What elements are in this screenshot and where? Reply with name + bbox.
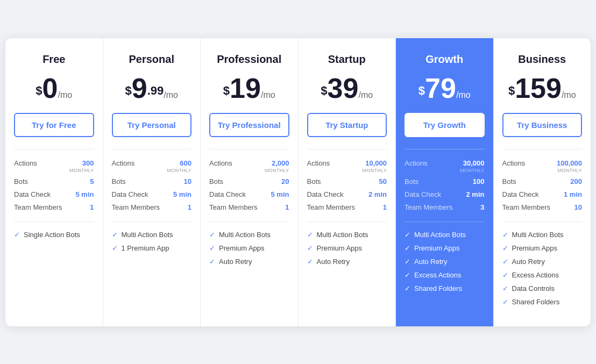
check-icon-growth-1: ✓: [405, 244, 410, 252]
features-list-growth: ✓Multi Action Bots✓Premium Apps✓Auto Ret…: [405, 231, 485, 292]
try-btn-free[interactable]: Try for Free: [14, 113, 94, 137]
stat-row-professional-0: Actions2,000MONTHLY: [209, 158, 289, 173]
stat-value-group-growth-0: 30,000MONTHLY: [460, 158, 484, 173]
stat-value-group-business-2: 1 min: [564, 189, 582, 199]
price-dollar-growth: $: [418, 83, 425, 97]
feature-item-startup-1: ✓Premium Apps: [307, 244, 387, 252]
stat-value-growth-0: 30,000: [463, 159, 485, 167]
try-btn-business[interactable]: Try Business: [502, 113, 583, 137]
feature-item-professional-0: ✓Multi Action Bots: [209, 231, 289, 239]
price-dollar-business: $: [508, 83, 515, 97]
pricing-table: Free$0/moTry for FreeActions300MONTHLYBo…: [5, 38, 591, 326]
stat-row-startup-2: Data Check2 min: [307, 189, 387, 199]
stat-row-professional-2: Data Check5 min: [209, 189, 289, 199]
stat-value-group-free-2: 5 min: [76, 189, 94, 199]
stat-value-professional-3: 1: [285, 203, 289, 211]
plan-col-free: Free$0/moTry for FreeActions300MONTHLYBo…: [5, 38, 103, 326]
price-row-professional: $19/mo: [209, 74, 289, 102]
stat-sub-growth-0: MONTHLY: [460, 168, 484, 173]
stat-value-business-1: 200: [570, 177, 582, 185]
divider2-professional: [209, 222, 289, 222]
stats-grid-business: Actions100,000MONTHLYBots200Data Check1 …: [502, 158, 583, 212]
feature-item-startup-0: ✓Multi Action Bots: [307, 231, 387, 239]
feature-text-business-3: Excess Actions: [512, 271, 559, 279]
stat-label-startup-3: Team Members: [307, 203, 356, 211]
stat-value-group-professional-1: 20: [281, 176, 289, 186]
stat-value-group-startup-0: 10,000MONTHLY: [363, 158, 387, 173]
stat-value-group-personal-1: 10: [184, 176, 191, 186]
try-btn-growth[interactable]: Try Growth: [405, 113, 485, 137]
stat-value-group-business-0: 100,000MONTHLY: [557, 158, 582, 173]
plan-name-business: Business: [502, 53, 583, 66]
feature-item-free-0: ✓Single Action Bots: [14, 231, 94, 239]
divider-personal: [112, 149, 192, 149]
stat-value-startup-1: 50: [379, 177, 387, 185]
feature-text-free-0: Single Action Bots: [24, 231, 80, 239]
stat-sub-free-0: MONTHLY: [69, 168, 94, 173]
stat-label-personal-0: Actions: [112, 159, 135, 167]
feature-text-startup-2: Auto Retry: [317, 258, 350, 266]
check-icon-growth-0: ✓: [405, 231, 410, 239]
divider2-growth: [405, 222, 485, 222]
feature-item-professional-2: ✓Auto Retry: [209, 258, 289, 266]
check-icon-business-5: ✓: [502, 298, 508, 306]
plan-name-growth: Growth: [405, 53, 485, 66]
feature-text-business-5: Shared Folders: [512, 298, 560, 306]
feature-item-personal-1: ✓1 Premium App: [112, 244, 192, 252]
check-icon-professional-2: ✓: [209, 258, 215, 266]
try-btn-startup[interactable]: Try Startup: [307, 113, 387, 137]
check-icon-growth-4: ✓: [405, 284, 410, 292]
stat-value-growth-1: 100: [473, 177, 485, 185]
stat-row-startup-3: Team Members1: [307, 202, 387, 212]
price-period-personal: /mo: [164, 90, 178, 99]
stat-value-group-free-0: 300MONTHLY: [69, 158, 94, 173]
try-btn-personal[interactable]: Try Personal: [112, 113, 192, 137]
feature-text-growth-4: Shared Folders: [414, 284, 462, 292]
feature-item-business-5: ✓Shared Folders: [502, 298, 583, 306]
stat-value-free-1: 5: [90, 177, 94, 185]
price-period-free: /mo: [58, 90, 73, 99]
stat-row-professional-1: Bots20: [209, 176, 289, 186]
stat-row-personal-0: Actions600MONTHLY: [112, 158, 192, 173]
features-list-free: ✓Single Action Bots: [14, 231, 94, 239]
stat-value-startup-3: 1: [383, 203, 387, 211]
price-amount-professional: 19: [230, 73, 261, 104]
check-icon-professional-1: ✓: [209, 244, 215, 252]
price-dollar-personal: $: [125, 83, 132, 97]
check-icon-free-0: ✓: [14, 231, 20, 239]
price-amount-free: 0: [42, 73, 58, 104]
stat-label-personal-2: Data Check: [112, 190, 148, 198]
try-btn-professional[interactable]: Try Professional: [209, 113, 289, 137]
features-list-business: ✓Multi Action Bots✓Premium Apps✓Auto Ret…: [502, 231, 583, 306]
price-amount-growth: 79: [425, 73, 456, 104]
feature-text-growth-0: Multi Action Bots: [414, 231, 466, 239]
stat-row-business-1: Bots200: [502, 176, 583, 186]
stat-row-growth-0: Actions30,000MONTHLY: [405, 158, 485, 173]
stat-row-personal-2: Data Check5 min: [112, 189, 192, 199]
check-icon-business-0: ✓: [502, 231, 508, 239]
stat-value-professional-2: 5 min: [271, 190, 289, 198]
stat-row-business-0: Actions100,000MONTHLY: [502, 158, 583, 173]
stat-value-group-professional-0: 2,000MONTHLY: [265, 158, 289, 173]
stat-value-growth-2: 2 min: [466, 190, 485, 198]
stat-label-professional-1: Bots: [209, 177, 223, 185]
price-cents-personal: .99: [147, 83, 164, 97]
stats-grid-startup: Actions10,000MONTHLYBots50Data Check2 mi…: [307, 158, 387, 212]
stat-value-business-3: 10: [574, 203, 582, 211]
divider2-personal: [112, 222, 192, 222]
stat-row-business-3: Team Members10: [502, 202, 583, 212]
stat-value-free-0: 300: [82, 159, 94, 167]
stat-value-group-free-1: 5: [90, 176, 94, 186]
price-dollar-professional: $: [223, 83, 230, 97]
stat-value-group-free-3: 1: [90, 202, 94, 212]
price-row-free: $0/mo: [14, 74, 94, 102]
features-list-personal: ✓Multi Action Bots✓1 Premium App: [112, 231, 192, 252]
stat-row-startup-1: Bots50: [307, 176, 387, 186]
stat-label-startup-2: Data Check: [307, 190, 344, 198]
feature-text-professional-2: Auto Retry: [219, 258, 252, 266]
stat-row-business-2: Data Check1 min: [502, 189, 583, 199]
stat-value-group-growth-2: 2 min: [466, 189, 485, 199]
stat-label-growth-3: Team Members: [405, 203, 453, 211]
price-period-business: /mo: [562, 90, 576, 99]
divider-free: [14, 149, 94, 149]
